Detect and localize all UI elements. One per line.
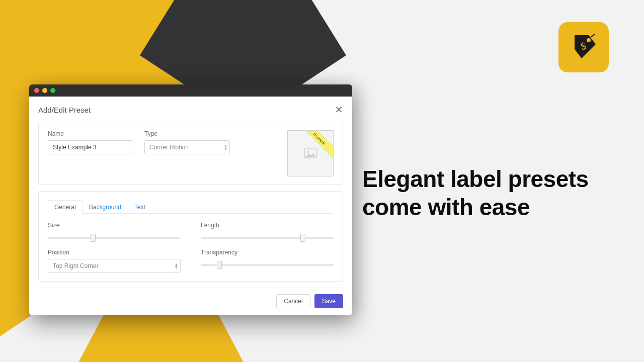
panel-basic: Name Type Corner Ribbon ▴▾ [38,122,343,185]
window-close-icon[interactable] [34,88,39,93]
preset-preview: Example [287,130,334,176]
window-minimize-icon[interactable] [42,88,47,93]
position-label: Position [48,249,181,256]
window-zoom-icon[interactable] [50,88,55,93]
type-select[interactable]: Corner Ribbon [144,140,230,154]
modal-title: Add/Edit Preset [38,106,91,114]
svg-line-3 [591,34,595,37]
cancel-button[interactable]: Cancel [276,294,310,308]
length-slider[interactable] [201,233,334,242]
chevron-updown-icon: ▴▾ [224,144,227,150]
image-placeholder-icon [304,148,317,158]
app-icon: $ [558,22,609,72]
type-select-value: Corner Ribbon [149,144,189,151]
settings-tabs: General Background Text [48,200,334,214]
save-button[interactable]: Save [314,294,343,308]
length-label: Length [201,222,334,229]
svg-point-1 [587,38,591,42]
modal-footer: Cancel Save [38,288,343,308]
position-select[interactable]: Top Right Corner [48,259,181,273]
svg-point-5 [307,151,309,153]
position-select-value: Top Right Corner [53,262,99,269]
size-label: Size [48,222,181,229]
name-input[interactable] [48,140,133,154]
size-slider[interactable] [48,233,181,242]
marketing-tagline: Elegant label presets come with ease [362,165,644,221]
transparency-label: Transparency [201,249,334,256]
transparency-slider[interactable] [201,260,334,269]
panel-settings: General Background Text Size Length [38,191,343,282]
name-label: Name [48,130,133,137]
tab-background[interactable]: Background [83,200,128,214]
preset-editor-window: Add/Edit Preset ✕ Name Type Corner Ribbo… [29,84,352,315]
window-titlebar [29,84,352,97]
chevron-updown-icon: ▴▾ [175,263,178,269]
close-icon[interactable]: ✕ [335,105,343,115]
tab-general[interactable]: General [48,200,83,214]
price-tag-icon: $ [570,33,598,61]
tab-text[interactable]: Text [128,200,152,214]
type-label: Type [144,130,230,137]
